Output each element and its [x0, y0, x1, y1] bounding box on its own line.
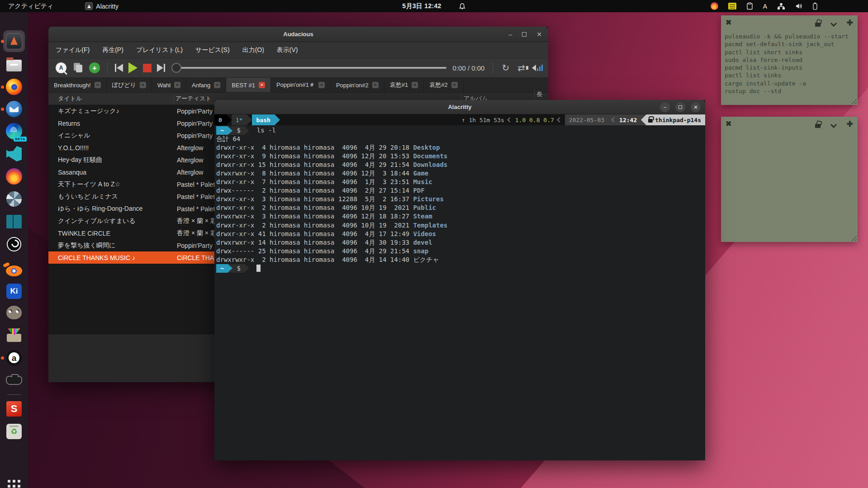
close-button[interactable]: ✕: [691, 102, 701, 112]
note-header[interactable]: ✖ ✚: [721, 117, 858, 132]
add-files-button[interactable]: +: [89, 62, 100, 73]
note-chevron-down-icon[interactable]: [830, 121, 837, 128]
flame-app-tray-icon[interactable]: [711, 2, 718, 10]
tab-close-icon[interactable]: ✕: [174, 82, 180, 88]
note-unlock-icon[interactable]: [815, 124, 821, 128]
dock-item-vscode[interactable]: [5, 145, 23, 163]
menu-item-1[interactable]: 再生(P): [102, 46, 123, 54]
note-body[interactable]: pulseaudio -k && pulseaudio --startpacmd…: [721, 31, 858, 97]
playlist-tab-8[interactable]: 哀愁#2✕: [424, 78, 463, 92]
dock-item-edge-beta[interactable]: BETA: [5, 122, 23, 140]
tab-close-icon[interactable]: ✕: [451, 82, 458, 88]
search-icon[interactable]: A: [56, 62, 66, 73]
tab-label: Anfang: [192, 82, 210, 89]
playlist-tab-7[interactable]: 哀愁#1✕: [384, 78, 424, 92]
battery-tray-icon[interactable]: [813, 2, 817, 10]
dock-item-red-s-app[interactable]: S: [5, 400, 23, 418]
dock-item-files[interactable]: [5, 55, 23, 73]
system-tray[interactable]: A: [711, 2, 817, 10]
volume-tray-icon[interactable]: [795, 3, 803, 9]
playlist-tab-5[interactable]: Poppin'on#1＃✕: [271, 78, 331, 92]
tab-label: Wahl: [157, 82, 171, 89]
note-close-icon[interactable]: ✖: [726, 120, 731, 128]
network-tree-icon[interactable]: [777, 3, 785, 10]
playlist-tab-1[interactable]: ぽぴどり✕: [107, 78, 152, 92]
playlist-tab-0[interactable]: Breakthrough!✕: [48, 78, 107, 92]
dock-item-a-circle-app[interactable]: a: [5, 349, 23, 367]
terminal-output[interactable]: ~$ ls -l合計 64drwxr-xr-x 4 hiromasa hirom…: [214, 125, 705, 460]
alacritty-titlebar[interactable]: Alacritty – ✕: [214, 100, 705, 114]
next-track-button[interactable]: [157, 64, 165, 72]
dock-item-obs-studio[interactable]: [5, 235, 23, 253]
playlist-tab-3[interactable]: Anfang✕: [186, 78, 226, 92]
minimize-button[interactable]: –: [508, 31, 512, 38]
tmux-status-bar[interactable]: 0 1* bash ↑ 1h 51m 53s 1.0 0.8 0.7 2022-…: [214, 114, 705, 125]
clipboard-tray-icon[interactable]: [746, 2, 753, 10]
close-button[interactable]: ✕: [536, 31, 542, 38]
maximize-button[interactable]: [675, 102, 685, 112]
track-title: 天下トーイツ A to Z☆: [58, 180, 175, 189]
dock-item-blender[interactable]: [5, 261, 23, 279]
seek-slider[interactable]: [171, 62, 446, 73]
input-method-indicator[interactable]: A: [763, 3, 767, 10]
note-body[interactable]: [721, 132, 858, 136]
stop-button[interactable]: [143, 64, 152, 72]
tab-close-icon[interactable]: ✕: [95, 82, 101, 88]
note-close-icon[interactable]: ✖: [726, 19, 731, 26]
bell-icon[interactable]: [459, 3, 466, 10]
clock[interactable]: 5月3日 12:42: [402, 2, 441, 10]
tab-close-icon[interactable]: ✕: [318, 82, 325, 88]
play-button[interactable]: [128, 62, 138, 73]
note-add-icon[interactable]: ✚: [847, 19, 853, 27]
tab-close-icon[interactable]: ✕: [214, 82, 220, 88]
dock-item-trash[interactable]: ♻: [5, 422, 23, 441]
playlist-tab-2[interactable]: Wahl✕: [152, 78, 186, 92]
dock-item-pinwheel-app[interactable]: [5, 190, 23, 208]
menu-item-2[interactable]: プレイリスト(L): [136, 46, 183, 54]
show-applications-button[interactable]: [5, 477, 23, 488]
open-files-icon[interactable]: [74, 63, 83, 73]
menu-item-5[interactable]: 表示(V): [277, 46, 298, 54]
tab-close-icon[interactable]: ✕: [372, 82, 379, 88]
audacious-titlebar[interactable]: Audacious – ✕: [48, 27, 548, 42]
notes-list-tray-icon[interactable]: [728, 3, 736, 9]
dock-item-fritzing[interactable]: [5, 326, 23, 344]
track-title: イニシャル: [58, 132, 175, 140]
previous-track-button[interactable]: [115, 64, 123, 72]
sticky-note-2[interactable]: ✖ ✚: [721, 117, 858, 242]
tab-close-icon[interactable]: ✕: [412, 82, 418, 88]
column-title[interactable]: タイトル: [58, 95, 175, 103]
note-add-icon[interactable]: ✚: [847, 120, 853, 128]
note-unlock-icon[interactable]: [815, 23, 821, 27]
seek-knob[interactable]: [171, 63, 181, 73]
tab-close-icon[interactable]: ✕: [259, 82, 265, 88]
minimize-button[interactable]: –: [660, 102, 670, 112]
focused-app-menu[interactable]: Alacritty: [85, 2, 119, 10]
note-chevron-down-icon[interactable]: [830, 20, 837, 26]
playlist-tab-6[interactable]: Poppin'on#2✕: [331, 78, 384, 92]
tab-close-icon[interactable]: ✕: [140, 82, 146, 88]
dock-item-gimp[interactable]: [5, 303, 23, 322]
dock-item-kicad[interactable]: Ki: [5, 282, 23, 300]
note-resize-handle[interactable]: [851, 99, 857, 104]
dock-item-firefox[interactable]: [5, 78, 23, 96]
shuffle-icon[interactable]: ⇄: [517, 63, 525, 72]
note-header[interactable]: ✖ ✚: [721, 15, 858, 31]
menu-item-3[interactable]: サービス(S): [195, 46, 230, 54]
playlist-tab-4[interactable]: BEST #1✕: [226, 78, 271, 92]
activities-button[interactable]: アクティビティ: [8, 2, 53, 10]
sticky-note-1[interactable]: ✖ ✚ pulseaudio -k && pulseaudio --startp…: [721, 15, 858, 105]
volume-icon[interactable]: [532, 65, 543, 71]
prompt-command: ls -l: [249, 126, 276, 135]
dock-item-alacritty[interactable]: [3, 30, 25, 52]
menu-item-0[interactable]: ファイル(F): [56, 46, 90, 54]
ls-row-name: Templates: [413, 221, 447, 230]
note-resize-handle[interactable]: [851, 236, 857, 241]
repeat-icon[interactable]: ↻: [502, 63, 509, 72]
menu-item-4[interactable]: 出力(O): [242, 46, 264, 54]
maximize-button[interactable]: [522, 32, 526, 37]
dock-item-panels-app[interactable]: [5, 213, 23, 231]
dock-item-flame-app[interactable]: [5, 167, 23, 185]
dock-item-retroarch[interactable]: [5, 371, 23, 389]
dock-item-thunderbird[interactable]: [5, 100, 23, 118]
